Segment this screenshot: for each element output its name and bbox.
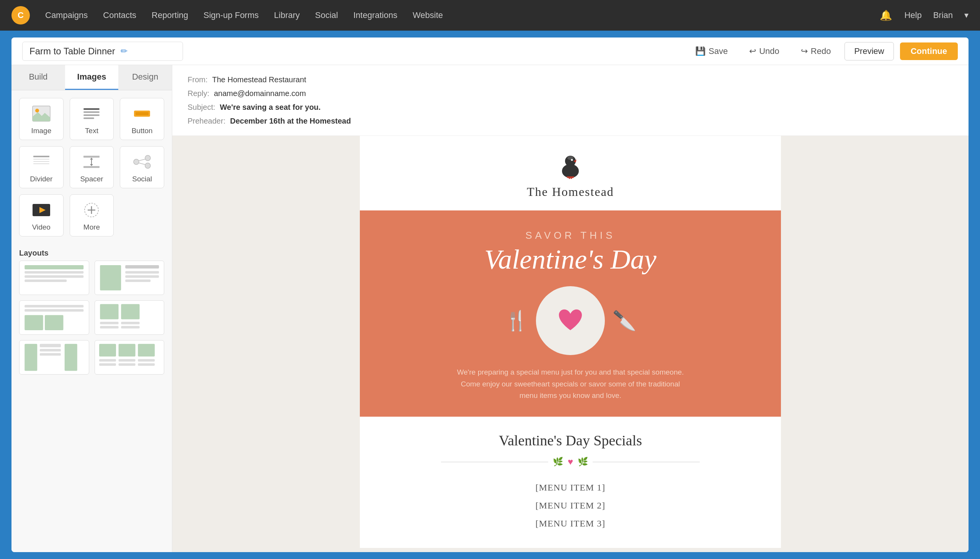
plate <box>536 286 605 355</box>
layout-1[interactable] <box>19 261 89 295</box>
tab-build[interactable]: Build <box>12 65 65 90</box>
button-block-icon <box>131 104 153 123</box>
svg-rect-44 <box>121 322 139 324</box>
block-divider[interactable]: Divider <box>19 146 63 188</box>
block-image-label: Image <box>31 127 51 135</box>
layout-3[interactable] <box>19 300 89 335</box>
hero-banner: SAVOR THIS Valentine's Day 🍴 🔪 <box>360 210 781 417</box>
save-button[interactable]: 💾 Save <box>687 43 735 60</box>
user-chevron-icon[interactable]: ▾ <box>964 10 968 20</box>
divider-ornament: 🌿 ♥ 🌿 <box>375 456 766 467</box>
block-spacer-label: Spacer <box>80 175 103 183</box>
email-logo-area: The Homestead <box>360 136 781 210</box>
tab-design[interactable]: Design <box>118 65 172 90</box>
nav-library[interactable]: Library <box>274 7 300 23</box>
svg-rect-29 <box>25 275 83 278</box>
divider-left <box>441 462 548 462</box>
logo[interactable]: C <box>12 6 30 25</box>
block-video-label: Video <box>32 223 51 232</box>
edit-title-icon[interactable]: ✏ <box>121 46 127 56</box>
svg-marker-15 <box>90 158 93 160</box>
svg-rect-32 <box>125 265 159 269</box>
divider-right <box>593 462 700 462</box>
svg-rect-56 <box>118 363 135 366</box>
preheader-value: December 16th at the Homestead <box>230 114 351 128</box>
layout-5[interactable] <box>19 340 89 375</box>
svg-rect-57 <box>138 344 155 357</box>
hero-title: Valentine's Day <box>375 245 766 275</box>
svg-rect-59 <box>138 363 155 366</box>
hero-plate: 🍴 🔪 <box>375 286 766 355</box>
block-divider-label: Divider <box>30 175 53 183</box>
preview-button[interactable]: Preview <box>844 42 894 60</box>
subject-value: We're saving a seat for you. <box>220 100 320 114</box>
block-more[interactable]: More <box>70 194 114 237</box>
svg-point-17 <box>134 159 139 165</box>
menu-items: [MENU ITEM 1] [MENU ITEM 2] [MENU ITEM 3… <box>375 479 766 533</box>
help-link[interactable]: Help <box>904 10 921 20</box>
divider-heart-icon: ♥ <box>568 456 573 467</box>
nav-website[interactable]: Website <box>413 7 443 23</box>
divider-block-icon <box>31 153 52 171</box>
svg-line-21 <box>139 163 145 165</box>
block-social[interactable]: Social <box>120 146 164 188</box>
social-block-icon <box>131 153 153 171</box>
undo-button[interactable]: ↩ Undo <box>742 43 787 60</box>
tab-images[interactable]: Images <box>65 65 119 90</box>
block-text[interactable]: Text <box>70 98 114 140</box>
svg-rect-52 <box>99 359 116 362</box>
menu-item-1: [MENU ITEM 1] <box>375 479 766 497</box>
notifications-icon[interactable]: 🔔 <box>879 8 893 22</box>
text-block-icon <box>81 104 102 123</box>
nav-reporting[interactable]: Reporting <box>152 7 188 23</box>
nav-campaigns[interactable]: Campaigns <box>45 7 88 23</box>
preheader-row: Preheader: December 16th at the Homestea… <box>187 114 953 128</box>
svg-rect-46 <box>25 344 37 371</box>
svg-rect-45 <box>121 326 139 329</box>
sidebar: Build Images Design Image <box>12 65 172 552</box>
svg-rect-3 <box>83 111 99 113</box>
toolbar-actions: 💾 Save ↩ Undo ↪ Redo Preview Continue <box>687 42 958 60</box>
subject-label: Subject: <box>187 100 215 114</box>
layouts-section-title: Layouts <box>12 244 172 261</box>
svg-rect-4 <box>83 114 99 116</box>
video-block-icon <box>31 201 52 219</box>
nav-integrations[interactable]: Integrations <box>353 7 397 23</box>
block-spacer[interactable]: Spacer <box>70 146 114 188</box>
nav-right: 🔔 Help Brian ▾ <box>879 8 968 22</box>
svg-rect-35 <box>125 280 151 282</box>
block-more-label: More <box>83 223 100 232</box>
layout-2[interactable] <box>94 261 165 295</box>
email-body: The Homestead SAVOR THIS Valentine's Day… <box>360 136 781 548</box>
image-block-icon <box>31 104 52 123</box>
block-button[interactable]: Button <box>120 98 164 140</box>
curl-right-icon: 🌿 <box>578 457 588 467</box>
svg-rect-31 <box>100 265 121 290</box>
body-area: Build Images Design Image <box>12 65 968 552</box>
svg-rect-47 <box>40 344 61 347</box>
redo-button[interactable]: ↪ Redo <box>793 43 839 60</box>
user-menu[interactable]: Brian <box>933 10 953 20</box>
block-video[interactable]: Video <box>19 194 63 237</box>
svg-rect-53 <box>99 363 116 366</box>
svg-rect-13 <box>83 166 99 168</box>
continue-button[interactable]: Continue <box>900 43 958 60</box>
preheader-label: Preheader: <box>187 114 225 128</box>
block-image[interactable]: Image <box>19 98 63 140</box>
nav-contacts[interactable]: Contacts <box>103 7 136 23</box>
svg-rect-7 <box>136 112 149 115</box>
email-preview: From: The Homestead Restaurant Reply: an… <box>172 65 968 552</box>
svg-rect-5 <box>83 117 94 119</box>
svg-rect-11 <box>33 164 50 164</box>
nav-social[interactable]: Social <box>315 7 338 23</box>
layout-6[interactable] <box>94 340 165 375</box>
nav-signup-forms[interactable]: Sign-up Forms <box>204 7 259 23</box>
app-container: Farm to Table Dinner ✏ 💾 Save ↩ Undo ↪ R… <box>12 38 968 552</box>
svg-rect-39 <box>45 315 63 330</box>
layouts-grid <box>12 261 172 382</box>
campaign-title-field[interactable]: Farm to Table Dinner ✏ <box>22 42 183 61</box>
svg-rect-40 <box>100 304 118 319</box>
layout-4[interactable] <box>94 300 165 335</box>
from-label: From: <box>187 73 207 86</box>
subject-row: Subject: We're saving a seat for you. <box>187 100 953 114</box>
